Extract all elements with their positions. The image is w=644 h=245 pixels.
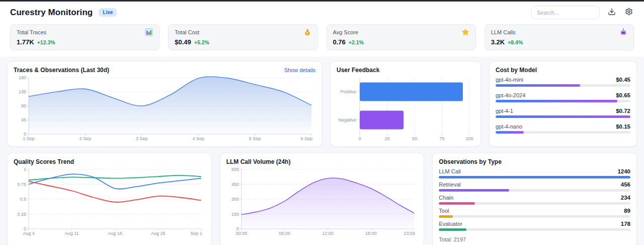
svg-text:6 Sep: 6 Sep bbox=[300, 136, 312, 141]
item-label: LLM Call bbox=[439, 168, 460, 174]
item-label: gpt-4o-2024 bbox=[496, 92, 525, 98]
page-title: Curestry Monitoring bbox=[10, 8, 93, 18]
positive-bar bbox=[360, 83, 463, 101]
stat-label: Total Traces bbox=[17, 29, 46, 35]
panel-cost-by-model: Cost by Model gpt-4o-mini$0.45gpt-4o-202… bbox=[489, 61, 637, 147]
progress-fill bbox=[496, 100, 617, 102]
stat-delta: +8.4% bbox=[508, 39, 523, 45]
item-value: 89 bbox=[624, 208, 630, 214]
panel-quality-scores: Quality Scores Trend 00.250.50.751Aug 4A… bbox=[7, 153, 212, 245]
item-value: 234 bbox=[621, 195, 630, 201]
progress-track bbox=[439, 202, 630, 205]
list-item-gpt-4o-2024: gpt-4o-2024$0.65 bbox=[496, 92, 630, 102]
panel-title: Traces & Observations (Last 30d) bbox=[14, 67, 109, 74]
stat-value: 0.76 bbox=[333, 38, 346, 46]
svg-text:150: 150 bbox=[231, 212, 239, 217]
robot-icon bbox=[619, 28, 627, 36]
svg-text:23:59: 23:59 bbox=[404, 231, 415, 236]
progress-track bbox=[496, 115, 630, 118]
progress-track bbox=[496, 84, 630, 87]
list-item-evaluator: Evaluator178 bbox=[439, 221, 630, 231]
svg-text:3 Sep: 3 Sep bbox=[136, 136, 148, 141]
search-input[interactable] bbox=[531, 6, 600, 19]
item-label: Retrieval bbox=[439, 181, 460, 188]
item-value: $0.45 bbox=[616, 77, 630, 83]
panel-title: LLM Call Volume (24h) bbox=[226, 158, 291, 165]
user-feedback-chart: 0255075100PositiveNegative bbox=[337, 75, 474, 142]
svg-text:300: 300 bbox=[231, 197, 239, 202]
svg-text:600: 600 bbox=[231, 167, 239, 172]
svg-text:$: $ bbox=[306, 31, 308, 35]
money-bag-icon: $ bbox=[303, 28, 311, 36]
svg-text:Aug 11: Aug 11 bbox=[65, 231, 79, 236]
money-bag-icon: $ bbox=[303, 28, 311, 36]
traces-observations-chart: 045901351801 Sep2 Sep3 Sep4 Sep5 Sep6 Se… bbox=[14, 75, 315, 142]
svg-text:18:00: 18:00 bbox=[365, 231, 377, 236]
progress-fill bbox=[496, 115, 630, 118]
svg-text:Aug 4: Aug 4 bbox=[23, 231, 35, 236]
svg-text:50: 50 bbox=[412, 136, 417, 141]
svg-text:00:00: 00:00 bbox=[235, 231, 247, 236]
bar-chart-icon bbox=[145, 28, 153, 36]
svg-text:25: 25 bbox=[384, 136, 389, 141]
stat-label: LLM Calls bbox=[491, 29, 516, 35]
svg-text:5 Sep: 5 Sep bbox=[249, 136, 261, 141]
svg-text:0.25: 0.25 bbox=[17, 212, 26, 217]
stats-row: Total Traces1.77K+12.3%Total Cost$$0.49+… bbox=[0, 21, 644, 56]
stat-value: 3.2K bbox=[491, 38, 505, 46]
panel-title: User Feedback bbox=[337, 67, 379, 74]
bar-chart-icon bbox=[145, 28, 153, 36]
svg-text:450: 450 bbox=[231, 182, 239, 187]
svg-text:0.75: 0.75 bbox=[17, 182, 26, 187]
svg-text:1 Sep: 1 Sep bbox=[23, 136, 35, 141]
progress-fill bbox=[496, 84, 580, 87]
list-item-gpt-4o-mini: gpt-4o-mini$0.45 bbox=[496, 77, 630, 87]
robot-icon bbox=[619, 28, 627, 36]
progress-track bbox=[439, 215, 630, 218]
item-label: Tool bbox=[439, 208, 449, 214]
panel-title: Observations by Type bbox=[439, 158, 501, 165]
item-label: Evaluator bbox=[439, 221, 462, 227]
stat-label: Avg Score bbox=[333, 29, 359, 35]
svg-text:Aug 18: Aug 18 bbox=[108, 231, 122, 236]
item-label: gpt-4-1 bbox=[496, 108, 513, 114]
progress-fill bbox=[439, 176, 630, 178]
stat-card-total-traces: Total Traces1.77K+12.3% bbox=[10, 24, 159, 50]
item-label: Chain bbox=[439, 195, 453, 201]
progress-fill bbox=[439, 189, 509, 192]
stat-delta: +5.2% bbox=[194, 39, 209, 45]
svg-text:Positive: Positive bbox=[340, 89, 356, 94]
stat-label: Total Cost bbox=[175, 29, 199, 35]
observations-total: Total: 2197 bbox=[439, 236, 630, 242]
panel-observations-by-type: Observations by Type LLM Call1240Retriev… bbox=[432, 153, 637, 245]
progress-track bbox=[439, 176, 630, 178]
item-value: $0.65 bbox=[616, 92, 630, 98]
svg-text:45: 45 bbox=[21, 117, 26, 122]
show-details-link[interactable]: Show details bbox=[284, 67, 315, 73]
stat-delta: +12.3% bbox=[37, 39, 55, 45]
stat-card-avg-score: Avg Score0.76+2.1% bbox=[327, 24, 476, 50]
header: Curestry Monitoring Live bbox=[0, 2, 644, 21]
svg-text:Sep 1: Sep 1 bbox=[190, 231, 202, 236]
item-label: gpt-4-nano bbox=[496, 124, 522, 130]
list-item-gpt-4-1: gpt-4-1$0.72 bbox=[496, 108, 630, 118]
stat-value: $0.49 bbox=[175, 38, 191, 46]
star-icon bbox=[461, 28, 469, 36]
download-button[interactable] bbox=[607, 8, 617, 18]
llm-call-volume-chart: 015030045060000:0006:0012:0018:0023:59 bbox=[226, 166, 418, 242]
settings-button[interactable] bbox=[624, 8, 634, 18]
progress-track bbox=[496, 100, 630, 102]
item-value: $0.72 bbox=[616, 108, 630, 114]
svg-text:0: 0 bbox=[358, 136, 361, 141]
progress-fill bbox=[439, 202, 475, 205]
live-badge: Live bbox=[99, 8, 117, 17]
gear-icon bbox=[625, 8, 633, 17]
svg-text:06:00: 06:00 bbox=[279, 231, 290, 236]
progress-track bbox=[439, 189, 630, 192]
item-value: 178 bbox=[621, 221, 630, 227]
stat-delta: +2.1% bbox=[349, 39, 364, 45]
panel-title: Cost by Model bbox=[496, 67, 537, 74]
progress-fill bbox=[439, 215, 452, 218]
download-icon bbox=[608, 8, 616, 17]
item-value: $0.15 bbox=[616, 124, 630, 130]
